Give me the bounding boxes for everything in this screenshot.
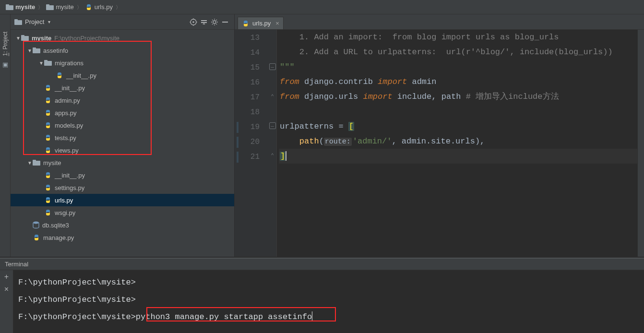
code-line[interactable]: path(route:'admin/', admin.site.urls), (279, 134, 637, 149)
line-number: 18 (235, 105, 268, 120)
svg-rect-1 (6, 4, 9, 6)
fold-toggle[interactable]: – (269, 63, 276, 70)
svg-point-14 (213, 21, 216, 24)
code-line[interactable]: urlpatterns = [ (279, 119, 637, 134)
tree-folder-assetinfo[interactable]: ▼ assetinfo (11, 44, 234, 57)
tree-file[interactable]: settings.py (11, 181, 234, 194)
chevron-right-icon (114, 0, 123, 14)
tree-file[interactable]: __init__.py (11, 69, 234, 82)
project-icon (14, 19, 22, 25)
python-file-icon (85, 4, 93, 11)
tree-folder-migrations[interactable]: ▼ migrations (11, 57, 234, 69)
new-session-button[interactable]: + (4, 273, 9, 281)
line-number: 19 (235, 120, 268, 135)
python-file-icon (44, 209, 52, 216)
tree-file[interactable]: urls.py (11, 194, 234, 206)
collapse-all-button[interactable] (199, 17, 209, 27)
editor-tab[interactable]: urls.py × (238, 17, 284, 29)
project-tree[interactable]: ▼ mysite F:\pythonProject\mysite ▼ asset… (11, 30, 234, 244)
terminal-line: F:\pythonProject\mysite>python3 manage.p… (18, 309, 639, 326)
svg-rect-13 (201, 22, 207, 23)
project-panel-title[interactable]: Project ▾ (14, 18, 50, 25)
svg-rect-31 (33, 160, 36, 162)
tree-file[interactable]: views.py (11, 144, 234, 156)
chevron-down-icon: ▼ (15, 36, 21, 41)
tree-file[interactable]: apps.py (11, 107, 234, 119)
breadcrumb-item[interactable]: mysite (5, 0, 36, 14)
tree-root[interactable]: ▼ mysite F:\pythonProject\mysite (11, 32, 234, 44)
tree-file-manage[interactable]: manage.py (11, 231, 234, 244)
main-split: 1: Project ▣ Project ▾ (0, 14, 644, 257)
folder-icon (46, 4, 54, 11)
fold-toggle[interactable]: – (269, 122, 276, 129)
code-line[interactable]: ] (279, 149, 637, 164)
fold-spacer (268, 30, 276, 45)
tree-label: assetinfo (43, 47, 68, 54)
terminal-header[interactable]: Terminal (0, 258, 644, 270)
folder-icon (6, 4, 13, 11)
svg-line-22 (216, 20, 217, 21)
svg-line-20 (216, 24, 217, 24)
tree-file[interactable]: __init__.py (11, 82, 234, 94)
fold-gutter[interactable]: –⌃–⌃ (268, 30, 277, 257)
close-icon[interactable]: × (275, 20, 279, 27)
project-panel-title-text: Project (25, 18, 44, 25)
code-line[interactable]: 1. Add an import: from blog import urls … (279, 30, 637, 45)
locate-file-button[interactable] (188, 17, 199, 27)
tree-root-path: F:\pythonProject\mysite (54, 35, 119, 42)
fold-end-icon: ⌃ (268, 148, 276, 163)
settings-button[interactable] (209, 17, 220, 27)
tree-label: __init__.py (55, 84, 85, 92)
breadcrumb-item[interactable]: urls.py (84, 0, 114, 14)
line-number: 14 (235, 46, 268, 60)
svg-rect-25 (21, 35, 24, 37)
toolwindow-tab-project[interactable]: 1: Project (1, 30, 9, 58)
breadcrumb-item[interactable]: mysite (45, 0, 75, 14)
folder-icon (44, 59, 52, 66)
terminal-controls: + × (0, 270, 13, 333)
line-number: 13 (235, 31, 268, 46)
code-line[interactable]: from django.urls import include, path # … (279, 89, 637, 104)
tree-folder-mysite[interactable]: ▼ mysite (11, 156, 234, 169)
left-toolstrip: 1: Project ▣ (0, 14, 11, 257)
line-number: 17 (235, 90, 268, 105)
chevron-down-icon: ▼ (27, 48, 33, 53)
python-file-icon (44, 184, 52, 191)
python-file-icon (33, 234, 40, 241)
tree-root-name: mysite (32, 35, 51, 42)
python-file-icon (44, 109, 52, 116)
tree-label: manage.py (43, 234, 74, 241)
terminal-output[interactable]: F:\pythonProject\mysite>F:\pythonProject… (13, 270, 644, 333)
python-file-icon (44, 84, 52, 91)
tree-file-db[interactable]: db.sqlite3 (11, 219, 234, 231)
breadcrumb-bar: mysite mysite urls.py (0, 0, 644, 14)
code-line[interactable]: 2. Add a URL to urlpatterns: url(r'^blog… (279, 45, 637, 59)
tree-label: urls.py (55, 197, 73, 204)
line-number-gutter: 131415161718192021 (235, 30, 268, 257)
folder-icon (33, 159, 40, 166)
folder-icon (33, 47, 40, 54)
toolwindow-tab-number: 1: (2, 51, 9, 56)
hide-panel-button[interactable] (220, 17, 230, 27)
svg-rect-12 (201, 20, 207, 21)
svg-rect-23 (222, 22, 228, 23)
code-area[interactable]: 1. Add an import: from blog import urls … (277, 30, 637, 257)
tree-file[interactable]: admin.py (11, 94, 234, 107)
code-line[interactable]: from django.contrib import admin (279, 74, 637, 89)
tree-label: settings.py (55, 184, 84, 191)
project-panel-header: Project ▾ (11, 14, 234, 30)
close-session-button[interactable]: × (4, 285, 9, 293)
tree-file[interactable]: wsgi.py (11, 206, 234, 219)
tree-file[interactable]: models.py (11, 119, 234, 131)
tree-file[interactable]: tests.py (11, 131, 234, 144)
tree-label: admin.py (55, 97, 80, 104)
chevron-right-icon (36, 0, 45, 14)
tree-file[interactable]: __init__.py (11, 169, 234, 181)
code-line[interactable]: """ (279, 59, 637, 74)
python-file-icon (44, 134, 52, 141)
chevron-down-icon: ▼ (27, 160, 33, 166)
editor-body[interactable]: 131415161718192021 –⌃–⌃ 1. Add an import… (235, 30, 644, 257)
svg-rect-29 (44, 60, 48, 62)
code-line[interactable] (279, 104, 637, 119)
tree-label: tests.py (55, 134, 76, 142)
